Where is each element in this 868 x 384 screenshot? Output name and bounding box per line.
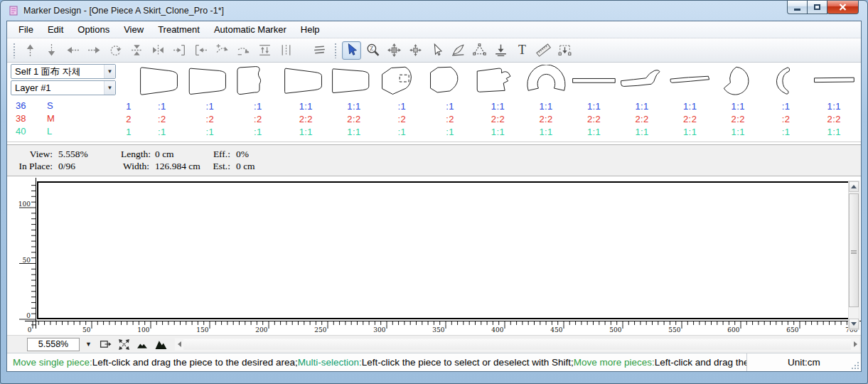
menu-file[interactable]: File [11,22,41,37]
overlap-icon[interactable] [255,41,274,60]
menu-edit[interactable]: Edit [41,22,70,37]
resize-grip-icon[interactable] [851,361,859,370]
size-code: 38 [16,113,40,124]
ratio-piece3-size38: :2 [234,112,282,125]
zoom-level-combo[interactable]: 5.558% [27,338,80,351]
svg-text:Z: Z [370,46,373,52]
piece-thumb-12[interactable] [666,64,714,100]
scroll-down-icon[interactable] [849,319,859,329]
piece-thumb-4[interactable] [282,64,331,100]
select-icon[interactable] [342,41,361,60]
marker-canvas-area[interactable]: 100500 050100150200250300350400450500550… [7,176,861,335]
zoom-icon[interactable]: Z [363,41,382,60]
menu-treatment[interactable]: Treatment [151,22,207,37]
menu-view[interactable]: View [117,22,151,37]
piece-thumb-5[interactable] [330,64,378,100]
move-up-icon[interactable] [21,41,40,60]
horizontal-scrollbar[interactable] [175,338,859,351]
vertical-scrollbar[interactable] [848,181,859,330]
piece-thumb-7[interactable] [426,64,474,100]
restore-button[interactable] [807,1,827,14]
piece-thumb-13[interactable] [714,64,762,100]
piece-thumb-1[interactable] [138,64,186,100]
tilt-cw-icon[interactable] [213,41,232,60]
menu-automatic-marker[interactable]: Automatic Marker [207,22,294,37]
ratio-piece10-size36: 1:1 [570,100,618,112]
toolbar-drag-handle-2[interactable] [334,43,337,58]
svg-text:100: 100 [137,326,149,334]
pieces-overview-icon[interactable] [134,337,150,351]
move-right-icon[interactable] [85,41,104,60]
drop-piece-icon[interactable] [491,41,510,60]
size-code: 36 [16,100,40,111]
titlebar: Marker Design - [One Piece A Skirt_Clone… [1,1,867,21]
vertical-scrollbar-thumb[interactable] [849,193,859,307]
horizontal-scrollbar-track[interactable] [183,339,851,350]
move-down-icon[interactable] [42,41,61,60]
est-label: Est.: [200,161,230,173]
rotate-icon[interactable] [106,41,125,60]
svg-text:250: 250 [314,326,326,334]
scroll-right-icon[interactable] [851,339,859,350]
width-value: 126.984 cm [149,161,200,173]
ratio-piece4-size36: 1:1 [282,100,331,112]
measure-area-icon[interactable] [470,41,489,60]
window-frame: Marker Design - [One Piece A Skirt_Clone… [0,0,868,384]
fit-view-icon[interactable] [116,337,132,351]
piece-thumb-14[interactable] [762,64,810,100]
size-row-36[interactable]: 36 S [11,99,119,112]
menu-help[interactable]: Help [294,22,327,37]
marker-overview-icon[interactable] [153,337,168,351]
chevron-down-icon[interactable]: ▼ [104,65,115,78]
toolbar-drag-handle[interactable] [13,43,16,58]
toolbar: ZT [7,38,861,63]
ratio-piece9-size38: 2:2 [522,112,570,125]
pick-icon[interactable] [427,41,446,60]
ratio-piece1-size38: :2 [138,112,186,125]
scroll-left-icon[interactable] [175,339,183,350]
expand-gap-icon[interactable] [170,41,189,60]
ratio-piece6-size36: :1 [378,100,427,112]
minimize-button[interactable] [787,1,808,14]
piece-thumb-10[interactable] [570,64,618,100]
spread-icon[interactable] [277,41,296,60]
piece-thumb-9[interactable] [522,64,570,100]
move-left-icon[interactable] [63,41,82,60]
svg-text:350: 350 [432,326,444,334]
flip-pen-icon[interactable] [449,41,468,60]
close-button[interactable] [827,1,859,14]
piece-thumb-3[interactable] [234,64,282,100]
fabric-select[interactable]: Self 1 面布 자체 ▼ [11,64,116,79]
text-icon[interactable]: T [513,41,532,60]
layer-select[interactable]: Layer #1 ▼ [11,80,116,95]
count-size-38: 2 [119,112,138,125]
justify-icon[interactable] [310,41,329,60]
size-name: M [47,113,55,124]
ratio-piece12-size38: 2:2 [666,112,714,125]
marquee-zoom-icon[interactable] [97,337,113,351]
zoom-dropdown-icon[interactable]: ▼ [83,338,94,351]
flip-horizontal-icon[interactable] [149,41,168,60]
piece-thumb-8[interactable] [474,64,523,100]
status-segment: Left-click the piece to select or desele… [362,357,574,368]
zoom-toolbar: 5.558% ▼ [7,335,861,353]
piece-thumb-11[interactable] [618,64,666,100]
scroll-up-icon[interactable] [849,181,859,192]
menu-options[interactable]: Options [70,22,117,37]
piece-thumb-6[interactable] [378,64,427,100]
tilt-ccw-icon[interactable] [234,41,253,60]
size-row-38[interactable]: 38 M [11,112,119,124]
size-row-40[interactable]: 40 L [11,124,119,137]
marker-canvas[interactable] [37,181,851,319]
piece-thumb-15[interactable] [810,64,858,100]
close-gap-icon[interactable] [191,41,210,60]
move-step-icon[interactable] [406,41,425,60]
move-free-icon[interactable] [385,41,404,60]
window-controls [788,1,859,14]
piece-thumb-2[interactable] [186,64,235,100]
drop-target-icon[interactable] [555,41,574,60]
ruler-icon[interactable] [534,41,553,60]
ratio-piece4-size40: 1:1 [282,125,331,138]
flip-vertical-icon[interactable] [127,41,146,60]
chevron-down-icon[interactable]: ▼ [104,81,115,95]
